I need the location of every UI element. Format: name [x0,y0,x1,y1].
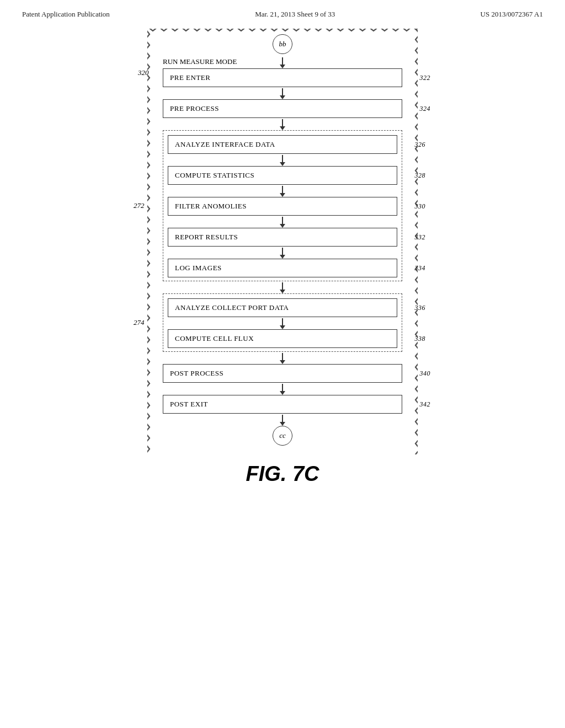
post-exit-row: POST EXIT 342 [163,395,402,414]
arrow-8 [280,317,285,329]
compute-flux-row: COMPUTE CELL FLUX 338 [168,329,397,348]
filter-anom-row: FILTER ANOMOLIES 330 [168,197,397,216]
arrow-10 [280,383,285,395]
arrow-7 [280,281,285,293]
box-pre-process: PRE PROCESS 324 [163,99,402,118]
run-measure-label: RUN MEASURE MODE [163,57,237,66]
analyze-iface-row: ANALYZE INTERFACE DATA 326 [168,135,397,154]
flow-column: PRE ENTER 322 PRE PROCESS 324 [163,68,402,414]
arrow-4 [280,185,285,197]
box-pre-enter: PRE ENTER 322 [163,68,402,87]
ref-334: 334 [415,264,426,272]
wavy-outer-box: bb PRE ENTER 322 [147,29,418,454]
arrow-2 [280,118,285,130]
section2-inner: ANALYZE COLLECT PORT DATA 336 COMPUTE CE… [168,298,397,348]
exit-circle: cc [273,426,292,446]
box-log-images: LOG IMAGES 334 [168,259,397,277]
arrow-1 [280,87,285,99]
pre-process-row: PRE PROCESS 324 [163,99,402,118]
dashed-section-274: 274 ANALYZE COLLECT PORT DATA 336 [163,293,402,352]
diagram-area: 320 bb PRE ENTER [89,29,476,486]
ref-328: 328 [415,172,426,180]
header-left: Patent Application Publication [22,10,110,19]
box-filter-anomolies: FILTER ANOMOLIES 330 [168,197,397,216]
box-report-results: REPORT RESULTS 332 [168,228,397,247]
box-post-exit: POST EXIT 342 [163,395,402,414]
main-content: 320 bb PRE ENTER [0,23,565,486]
header: Patent Application Publication Mar. 21, … [0,0,565,23]
ref-326: 326 [415,141,426,149]
box-compute-cell-flux: COMPUTE CELL FLUX 338 [168,329,397,348]
box-compute-statistics: COMPUTE STATISTICS 328 [168,166,397,185]
wavy-inner-content: bb PRE ENTER 322 [147,29,418,454]
box-analyze-interface: ANALYZE INTERFACE DATA 326 [168,135,397,154]
arrow-6 [280,247,285,259]
arrow-9 [280,352,285,364]
ref-336: 336 [415,304,426,312]
dashed-section-272: 272 ANALYZE INTERFACE DATA 326 [163,130,402,281]
ref-324: 324 [420,105,431,113]
header-right: US 2013/0072367 A1 [481,10,543,19]
ref-332: 332 [415,233,426,242]
ref-330: 330 [415,202,426,211]
report-results-row: REPORT RESULTS 332 [168,228,397,247]
arrow-5 [280,216,285,228]
figure-label: FIG. 7C [89,462,476,486]
arrow-last [163,414,402,426]
log-images-row: LOG IMAGES 334 [168,259,397,277]
pre-enter-row: PRE ENTER 322 [163,68,402,87]
post-process-row: POST PROCESS 340 [163,364,402,383]
ref-338: 338 [415,335,426,343]
box-analyze-collect: ANALYZE COLLECT PORT DATA 336 [168,298,397,317]
label-272: 272 [134,201,145,210]
analyze-collect-row: ANALYZE COLLECT PORT DATA 336 [168,298,397,317]
ref-340: 340 [420,370,431,378]
entry-circle: bb [273,34,292,54]
ref-342: 342 [420,400,431,409]
label-274: 274 [134,318,145,327]
box-post-process: POST PROCESS 340 [163,364,402,383]
compute-stats-row: COMPUTE STATISTICS 328 [168,166,397,185]
header-middle: Mar. 21, 2013 Sheet 9 of 33 [255,10,335,19]
ref-322: 322 [420,74,431,82]
arrow-3 [280,154,285,166]
section1-inner: ANALYZE INTERFACE DATA 326 COMPUTE STATI… [168,135,397,277]
